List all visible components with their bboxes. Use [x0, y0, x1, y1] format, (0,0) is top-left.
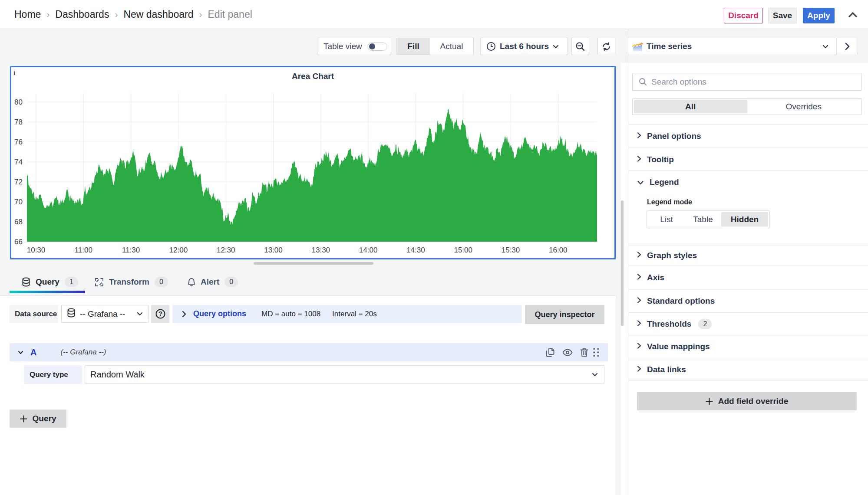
- svg-text:12:00: 12:00: [169, 246, 188, 254]
- svg-text:74: 74: [14, 158, 23, 166]
- svg-text:68: 68: [14, 218, 23, 226]
- svg-text:12:30: 12:30: [217, 246, 235, 254]
- svg-text:78: 78: [14, 118, 23, 126]
- svg-text:?: ?: [158, 310, 162, 317]
- svg-text:14:30: 14:30: [406, 246, 425, 254]
- svg-text:13:30: 13:30: [312, 246, 330, 254]
- svg-text:72: 72: [14, 178, 23, 186]
- svg-text:10:30: 10:30: [27, 246, 46, 254]
- svg-text:13:00: 13:00: [264, 246, 283, 254]
- svg-text:66: 66: [14, 238, 23, 246]
- svg-text:70: 70: [14, 198, 23, 206]
- svg-text:76: 76: [14, 138, 23, 146]
- svg-text:14:00: 14:00: [359, 246, 378, 254]
- svg-text:80: 80: [14, 98, 23, 106]
- svg-text:11:30: 11:30: [122, 246, 140, 254]
- svg-text:15:30: 15:30: [502, 246, 520, 254]
- svg-text:11:00: 11:00: [75, 246, 92, 254]
- svg-text:16:00: 16:00: [549, 246, 568, 254]
- svg-text:15:00: 15:00: [454, 246, 472, 254]
